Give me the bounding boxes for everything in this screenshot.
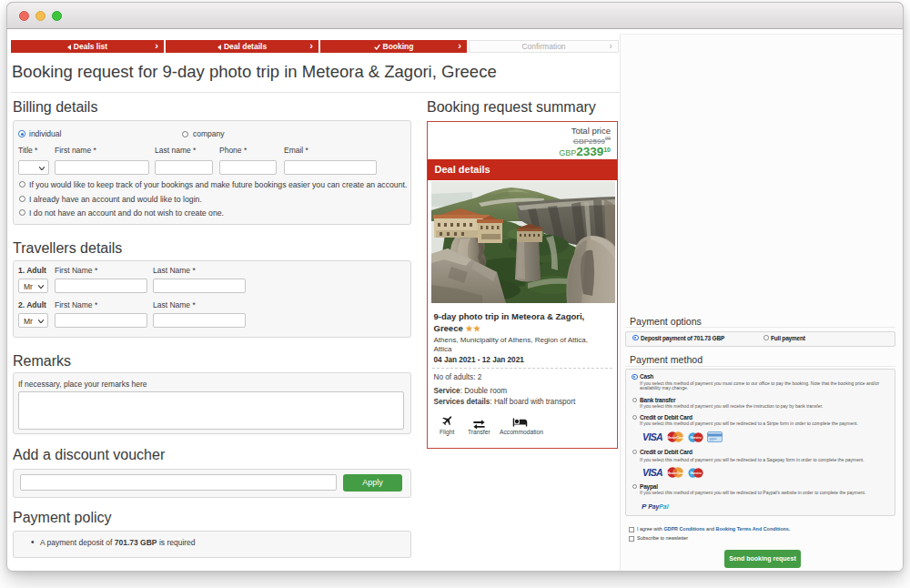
svg-text:MasterCard: MasterCard: [667, 471, 684, 475]
svg-text:Maestro: Maestro: [690, 436, 701, 440]
svg-text:Maestro: Maestro: [690, 471, 701, 475]
svg-text:MasterCard: MasterCard: [667, 436, 684, 440]
